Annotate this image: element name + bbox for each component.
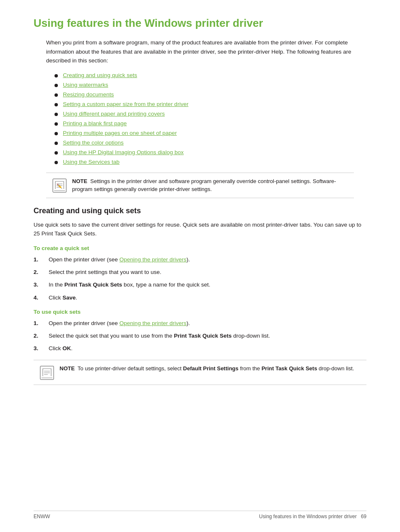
bullet-icon <box>55 151 58 155</box>
link-resizing[interactable]: Resizing documents <box>63 91 114 98</box>
step-3-use: 3. Click OK. <box>34 344 366 353</box>
use-steps-list: 1. Open the printer driver (see Opening … <box>34 319 366 353</box>
bullet-icon <box>55 142 58 145</box>
create-steps-list: 1. Open the printer driver (see Opening … <box>34 256 366 302</box>
step-number: 2. <box>34 268 49 276</box>
bullet-icon <box>55 74 58 77</box>
step-3-create: 3. In the Print Task Quick Sets box, typ… <box>34 281 366 289</box>
link-opening-drivers-2[interactable]: Opening the printer drivers <box>119 320 187 326</box>
link-different-paper[interactable]: Using different paper and printing cover… <box>63 111 165 117</box>
list-item: Printing multiple pages on one sheet of … <box>55 130 366 136</box>
link-watermarks[interactable]: Using watermarks <box>63 82 108 88</box>
list-item: Setting the color options <box>55 139 366 146</box>
step-number: 3. <box>34 281 49 289</box>
step-number: 3. <box>34 344 49 353</box>
list-item: Setting a custom paper size from the pri… <box>55 101 366 107</box>
list-item: Creating and using quick sets <box>55 72 366 78</box>
link-digital-imaging[interactable]: Using the HP Digital Imaging Options dia… <box>63 149 184 155</box>
bullet-icon <box>55 84 58 87</box>
footer-left: ENWW <box>34 514 50 519</box>
footer-right: Using features in the Windows printer dr… <box>259 514 366 519</box>
page-footer: ENWW Using features in the Windows print… <box>34 511 366 519</box>
intro-paragraph: When you print from a software program, … <box>46 38 366 65</box>
page-title: Using features in the Windows printer dr… <box>34 17 366 30</box>
step-text: In the Print Task Quick Sets box, type a… <box>49 281 210 289</box>
note-content-1: Settings in the printer driver and softw… <box>72 178 336 193</box>
list-item: Resizing documents <box>55 91 366 98</box>
step-number: 2. <box>34 332 49 340</box>
subsection-use-heading: To use quick sets <box>34 309 366 315</box>
link-multiple-pages[interactable]: Printing multiple pages on one sheet of … <box>63 130 177 136</box>
note-text-1: NOTE Settings in the printer driver and … <box>72 177 348 194</box>
section-creating-quick-sets: Creating and using quick sets Use quick … <box>34 207 366 385</box>
link-creating-quick-sets[interactable]: Creating and using quick sets <box>63 72 137 78</box>
bullet-icon <box>55 93 58 97</box>
note-icon: ✏️ <box>52 178 67 193</box>
link-services-tab[interactable]: Using the Services tab <box>63 159 119 165</box>
link-blank-first-page[interactable]: Printing a blank first page <box>63 120 127 127</box>
subsection-create-heading: To create a quick set <box>34 245 366 251</box>
note-label-1: NOTE <box>72 178 87 184</box>
step-text: Select the quick set that you want to us… <box>49 332 270 340</box>
feature-list: Creating and using quick sets Using wate… <box>55 72 366 165</box>
list-item: Using the HP Digital Imaging Options dia… <box>55 149 366 155</box>
list-item: Using different paper and printing cover… <box>55 111 366 117</box>
bullet-icon <box>55 103 58 106</box>
step-2-create: 2. Select the print settings that you wa… <box>34 268 366 276</box>
step-text: Select the print settings that you want … <box>49 268 161 276</box>
step-2-use: 2. Select the quick set that you want to… <box>34 332 366 340</box>
section-intro: Use quick sets to save the current drive… <box>34 220 366 238</box>
step-text: Open the printer driver (see Opening the… <box>49 256 190 264</box>
section-heading: Creating and using quick sets <box>34 207 366 215</box>
bullet-icon <box>55 161 58 164</box>
link-opening-drivers-1[interactable]: Opening the printer drivers <box>119 256 187 263</box>
note-box-1: ✏️ NOTE Settings in the printer driver a… <box>46 173 354 198</box>
note-box-2: NOTE To use printer-driver default setti… <box>34 360 366 385</box>
step-text: Click Save. <box>49 294 77 302</box>
note-text-2: NOTE To use printer-driver default setti… <box>60 364 354 373</box>
link-custom-paper[interactable]: Setting a custom paper size from the pri… <box>63 101 188 107</box>
bullet-icon <box>55 113 58 116</box>
step-text: Open the printer driver (see Opening the… <box>49 319 190 328</box>
step-1-create: 1. Open the printer driver (see Opening … <box>34 256 366 264</box>
list-item: Using watermarks <box>55 82 366 88</box>
step-number: 4. <box>34 294 49 302</box>
step-number: 1. <box>34 256 49 264</box>
note-icon-2 <box>39 365 55 380</box>
list-item: Using the Services tab <box>55 159 366 165</box>
bullet-icon <box>55 132 58 135</box>
step-1-use: 1. Open the printer driver (see Opening … <box>34 319 366 328</box>
step-4-create: 4. Click Save. <box>34 294 366 302</box>
step-number: 1. <box>34 319 49 328</box>
link-color-options[interactable]: Setting the color options <box>63 139 124 146</box>
list-item: Printing a blank first page <box>55 120 366 127</box>
step-text: Click OK. <box>49 344 73 353</box>
bullet-icon <box>55 122 58 126</box>
note-label-2: NOTE <box>60 365 75 372</box>
